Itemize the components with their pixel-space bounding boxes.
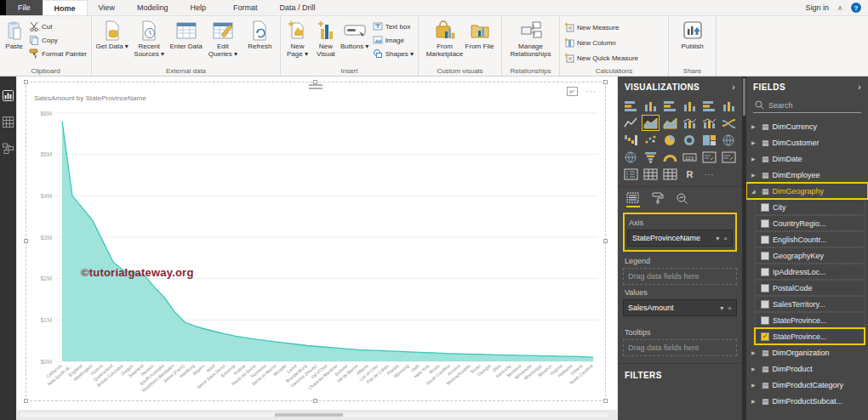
expand-arrow-icon[interactable]: ▶	[751, 382, 758, 388]
buttons-button[interactable]: Buttons ▾	[340, 18, 369, 50]
field-item-stateprovince-[interactable]: StateProvince...	[755, 312, 865, 328]
paste-button[interactable]: Paste	[3, 18, 26, 50]
clustered-bar-chart-icon[interactable]	[661, 98, 679, 114]
axis-field-chip[interactable]: StateProvinceName ▾ ×	[627, 230, 733, 247]
format-painter-button[interactable]: Format Painter	[27, 48, 89, 60]
field-checkbox[interactable]	[761, 316, 769, 325]
sign-in-button[interactable]: Sign in	[806, 3, 830, 12]
field-item-ipaddressloc-[interactable]: IpAddressLoc...	[755, 264, 865, 280]
table-item-dimproductsubcat-[interactable]: ▶▦DimProductSubcat...	[746, 393, 868, 409]
field-checkbox[interactable]	[761, 219, 769, 228]
table-icon[interactable]	[642, 166, 660, 182]
expand-arrow-icon[interactable]: ▶	[751, 123, 758, 129]
copy-button[interactable]: Copy	[27, 34, 89, 46]
area-chart[interactable]: $0M$1M$2M$3M$4M$5M$6MCaliforniaNew South…	[30, 103, 603, 399]
expand-arrow-icon[interactable]: ▶	[751, 172, 758, 178]
card-icon[interactable]: 123	[681, 149, 699, 165]
edit-queries-button[interactable]: Edit Queries ▾	[205, 18, 240, 58]
donut-chart-icon[interactable]	[681, 132, 699, 148]
remove-field-icon[interactable]: ×	[723, 235, 728, 242]
field-item-postalcode[interactable]: PostalCode	[755, 280, 865, 296]
values-field-chip[interactable]: SalesAmount ▾ ×	[623, 299, 737, 316]
shapes-button[interactable]: Shapes ▾	[371, 48, 415, 60]
tooltips-drop-zone[interactable]: Drag data fields here	[623, 339, 737, 356]
multi-row-card-icon[interactable]	[700, 149, 718, 165]
new-visual-button[interactable]: New Visual	[313, 18, 339, 58]
field-item-city[interactable]: City	[755, 199, 865, 215]
tab-modeling[interactable]: Modeling	[126, 0, 180, 15]
clustered-column-chart-icon[interactable]	[681, 98, 699, 114]
line-and-stacked-column-chart-icon[interactable]	[681, 115, 699, 131]
expand-arrow-icon[interactable]: ▶	[751, 349, 758, 355]
scatter-chart-icon[interactable]	[642, 132, 660, 148]
area-chart-visual[interactable]: ··· SalesAmount by StateProvinceName $0M…	[26, 82, 606, 401]
table-item-dimproduct[interactable]: ▶▦DimProduct	[746, 360, 868, 377]
resize-handle[interactable]	[24, 399, 28, 403]
table-item-dimorganization[interactable]: ▶▦DimOrganization	[746, 344, 868, 360]
help-icon[interactable]: ?	[851, 3, 861, 13]
expand-arrow-icon[interactable]: ▶	[751, 398, 758, 404]
area-chart-icon[interactable]	[642, 115, 660, 131]
new-measure-button[interactable]: New Measure	[562, 21, 640, 33]
focus-mode-icon[interactable]	[567, 87, 578, 96]
image-button[interactable]: Image	[371, 34, 415, 46]
expand-arrow-icon[interactable]: ▶	[751, 139, 758, 145]
pie-chart-icon[interactable]	[661, 132, 679, 148]
field-item-countryregio-[interactable]: CountryRegio...	[755, 215, 865, 231]
expand-arrow-icon[interactable]: ▶	[751, 366, 758, 372]
field-checkbox[interactable]	[761, 203, 769, 212]
scrollbar-thumb[interactable]	[743, 78, 745, 116]
slicer-icon[interactable]	[622, 166, 640, 182]
table-item-dimdate[interactable]: ▶▦DimDate	[746, 150, 868, 167]
new-quick-measure-button[interactable]: New Quick Measure	[562, 52, 640, 64]
tab-view[interactable]: View	[88, 0, 126, 15]
collapse-pane-icon[interactable]: ›	[732, 82, 735, 92]
visual-drag-handle[interactable]	[309, 84, 323, 89]
field-checkbox[interactable]	[761, 300, 769, 309]
manage-relationships-button[interactable]: Manage Relationships	[505, 18, 557, 58]
kpi-icon[interactable]	[720, 149, 738, 165]
legend-drop-zone[interactable]: Drag data fields here	[623, 268, 737, 285]
field-item-salesterritory-[interactable]: SalesTerritory...	[755, 296, 865, 312]
data-view-button[interactable]	[3, 116, 14, 128]
report-view-button[interactable]	[3, 90, 14, 101]
field-item-geographykey[interactable]: GeographyKey	[755, 247, 865, 264]
from-marketplace-button[interactable]: From Marketplace	[426, 18, 464, 58]
r-script-visual-icon[interactable]: R	[681, 166, 699, 182]
more-options-icon[interactable]: ···	[700, 166, 718, 182]
resize-handle[interactable]	[313, 399, 317, 403]
stacked-column-chart-icon[interactable]	[642, 98, 660, 114]
field-checkbox[interactable]	[761, 252, 769, 260]
waterfall-chart-icon[interactable]	[622, 132, 640, 148]
tab-help[interactable]: Help	[179, 0, 217, 15]
stacked-bar-chart-icon[interactable]	[622, 98, 640, 114]
from-file-button[interactable]: From File	[465, 18, 494, 50]
canvas-horizontal-scrollbar[interactable]	[19, 411, 609, 418]
funnel-icon[interactable]	[642, 149, 660, 165]
resize-handle[interactable]	[313, 80, 317, 84]
table-item-dimemployee[interactable]: ▶▦DimEmployee	[746, 167, 868, 183]
expand-arrow-icon[interactable]: ▶	[751, 156, 758, 162]
field-item-stateprovince-[interactable]: ✓StateProvince...	[755, 328, 865, 344]
line-chart-icon[interactable]	[622, 115, 640, 131]
table-item-dimgeography[interactable]: ◢▦DimGeography	[746, 183, 868, 199]
100-stacked-column-chart-icon[interactable]	[720, 98, 738, 114]
field-checkbox[interactable]	[761, 268, 769, 276]
remove-field-icon[interactable]: ×	[728, 304, 732, 312]
report-canvas[interactable]: ··· SalesAmount by StateProvinceName $0M…	[16, 77, 618, 420]
tab-file[interactable]: File	[6, 0, 43, 15]
collapse-arrow-icon[interactable]: ◢	[751, 188, 758, 194]
stacked-area-chart-icon[interactable]	[661, 115, 679, 131]
field-item-englishcountr-[interactable]: EnglishCountr...	[755, 231, 865, 247]
field-checkbox[interactable]	[761, 236, 769, 244]
new-page-button[interactable]: New Page ▾	[283, 18, 311, 58]
line-and-clustered-column-chart-icon[interactable]	[700, 115, 718, 131]
model-view-button[interactable]	[3, 143, 14, 154]
filled-map-icon[interactable]	[622, 149, 640, 165]
enter-data-button[interactable]: Enter Data	[168, 18, 203, 50]
chevron-down-icon[interactable]: ▾	[716, 235, 719, 242]
resize-handle[interactable]	[603, 239, 608, 243]
more-options-icon[interactable]: ···	[585, 87, 597, 96]
cut-button[interactable]: Cut	[27, 20, 89, 32]
field-checkbox[interactable]	[761, 284, 769, 292]
